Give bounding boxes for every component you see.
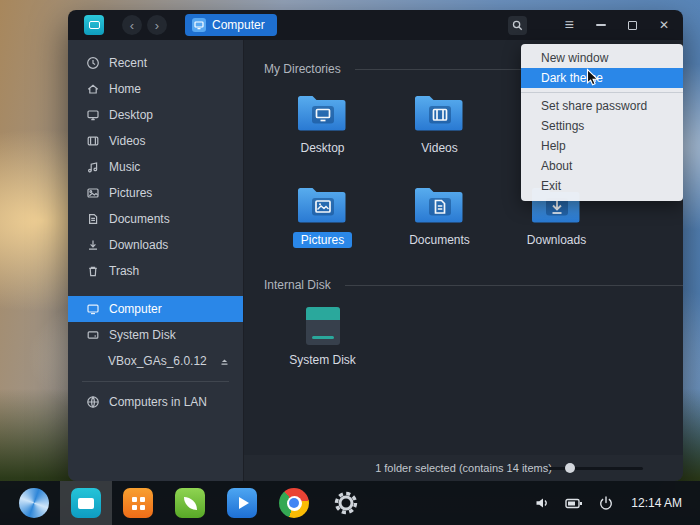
tab-computer[interactable]: Computer [185,14,277,36]
folder-icon-documents [412,182,468,228]
mouse-cursor [586,68,600,88]
folder-pictures-selected[interactable]: Pictures [264,182,381,248]
titlebar[interactable]: ‹ › Computer ≡ ✕ [68,10,683,40]
folder-label: Downloads [519,232,594,248]
power-icon[interactable] [598,495,614,511]
taskbar-app-store[interactable] [112,481,164,525]
sidebar-item-computer[interactable]: Computer [68,296,243,322]
sidebar-item-system-disk[interactable]: System Disk [68,322,243,348]
back-button[interactable]: ‹ [122,15,142,35]
image-icon [86,186,100,200]
menu-item-dark-theme[interactable]: Dark theme [521,68,683,88]
sidebar-item-vbox-volume[interactable]: VBox_GAs_6.0.12 [68,348,243,374]
sidebar-item-computers-in-lan[interactable]: Computers in LAN [68,389,243,415]
maximize-button[interactable] [628,21,637,30]
sidebar-item-documents[interactable]: Documents [68,206,243,232]
taskbar-launcher[interactable] [8,481,60,525]
computer-icon [86,302,100,316]
folder-icon-videos [412,90,468,136]
folder-label: Pictures [293,232,352,248]
media-player-icon [227,488,257,518]
menu-item-help[interactable]: Help [521,136,683,156]
taskbar-control-center[interactable] [320,481,372,525]
close-button[interactable]: ✕ [659,19,669,31]
search-button[interactable] [508,16,527,35]
film-icon [86,134,100,148]
disk-label: System Disk [281,352,364,368]
launcher-icon [19,488,49,518]
slider-track[interactable] [548,467,643,470]
folder-documents[interactable]: Documents [381,182,498,248]
gear-icon [333,490,359,516]
taskbar-browser[interactable] [268,481,320,525]
menu-button[interactable]: ≡ [565,17,574,33]
status-bar: 1 folder selected (contains 14 items) [244,455,683,481]
sidebar-item-desktop[interactable]: Desktop [68,102,243,128]
computer-icon [192,18,206,32]
sidebar-item-videos[interactable]: Videos [68,128,243,154]
folder-label: Videos [413,140,465,156]
taskbar-file-manager-active[interactable] [60,481,112,525]
taskbar-media-app[interactable] [216,481,268,525]
monitor-icon [86,108,100,122]
hard-disk-icon [299,304,347,348]
sidebar-item-recent[interactable]: Recent [68,50,243,76]
system-tray: 12:14 AM [534,495,692,511]
sidebar-item-home[interactable]: Home [68,76,243,102]
download-icon [86,238,100,252]
chrome-browser-icon [279,488,309,518]
eject-icon [218,355,231,368]
forward-button[interactable]: › [147,15,167,35]
menu-item-about[interactable]: About [521,156,683,176]
folder-icon-pictures [295,182,351,228]
sidebar-item-music[interactable]: Music [68,154,243,180]
search-icon [512,20,523,31]
folder-label: Desktop [292,140,352,156]
file-manager-icon [71,488,101,518]
file-manager-app-icon [84,15,104,35]
disk-row: System Disk [264,304,683,368]
taskbar-green-app[interactable] [164,481,216,525]
folder-desktop[interactable]: Desktop [264,90,381,156]
tab-label: Computer [212,18,265,32]
battery-icon[interactable] [565,498,583,509]
sidebar-item-downloads[interactable]: Downloads [68,232,243,258]
trash-icon [86,264,100,278]
menu-item-new-window[interactable]: New window [521,48,683,68]
section-divider [345,285,683,286]
sidebar: Recent Home Desktop Videos Music [68,40,244,481]
menu-item-exit[interactable]: Exit [521,176,683,196]
file-manager-window: ‹ › Computer ≡ ✕ [68,10,683,481]
app-store-icon [123,488,153,518]
folder-videos[interactable]: Videos [381,90,498,156]
section-title: My Directories [264,62,341,76]
sidebar-spacer [68,284,243,296]
menu-separator [521,92,683,93]
menu-item-set-share-password[interactable]: Set share password [521,96,683,116]
music-note-icon [86,160,100,174]
slider-handle[interactable] [565,463,575,473]
eject-button[interactable] [218,355,231,368]
network-globe-icon [86,395,100,409]
status-text: 1 folder selected (contains 14 items) [375,462,552,474]
taskbar: 12:14 AM [0,481,700,525]
clock-icon [86,56,100,70]
minimize-button[interactable] [596,24,606,26]
folder-icon-desktop [295,90,351,136]
sidebar-item-trash[interactable]: Trash [68,258,243,284]
system-disk-item[interactable]: System Disk [264,304,381,368]
home-icon [86,82,100,96]
sidebar-item-pictures[interactable]: Pictures [68,180,243,206]
section-internal-disk: Internal Disk [264,278,683,292]
sidebar-separator [82,381,229,382]
volume-icon[interactable] [534,495,550,511]
icon-size-slider[interactable] [548,462,643,474]
drive-icon [86,328,100,342]
app-menu: New window Dark theme Set share password… [521,44,683,201]
menu-item-settings[interactable]: Settings [521,116,683,136]
section-title: Internal Disk [264,278,331,292]
green-app-icon [175,488,205,518]
taskbar-clock[interactable]: 12:14 AM [631,496,682,510]
document-icon [86,212,100,226]
desktop-wallpaper: ‹ › Computer ≡ ✕ [0,0,700,525]
